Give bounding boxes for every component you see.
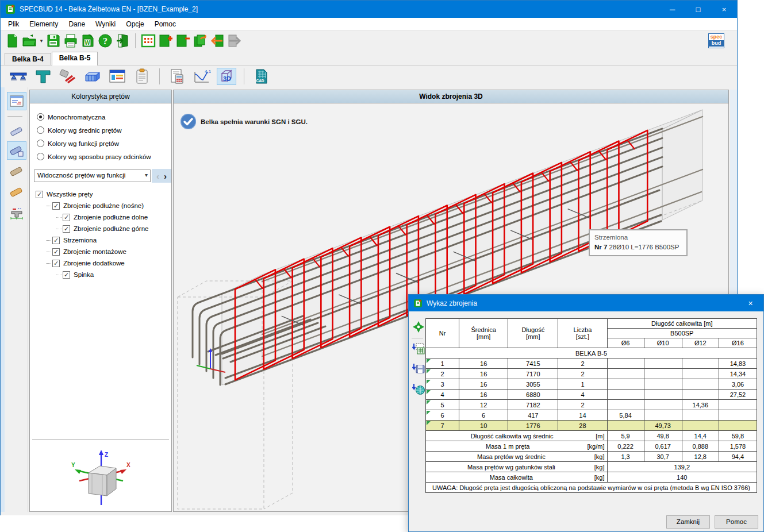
export-calc-icon[interactable] — [412, 342, 425, 355]
menu-item[interactable]: Wyniki — [90, 18, 121, 30]
section-dimensions-icon[interactable] — [7, 205, 26, 223]
radio-icon[interactable] — [37, 113, 44, 121]
tree-connector — [56, 275, 62, 275]
results-table-icon[interactable] — [108, 68, 127, 85]
menu-item[interactable]: Pomoc — [149, 18, 181, 30]
delete-element-icon[interactable] — [174, 33, 191, 49]
summary-row: Długość całkowita wg średnic[m]5,949,814… — [426, 431, 757, 441]
tree-item[interactable]: ✓Zbrojenie montażowe — [30, 246, 171, 257]
checkbox-icon[interactable]: ✓ — [52, 202, 60, 210]
radio-icon[interactable] — [37, 126, 44, 134]
radio-icon[interactable] — [37, 153, 44, 160]
export-html-icon[interactable] — [412, 383, 425, 395]
checkbox-icon[interactable]: ✓ — [52, 237, 60, 244]
beam-3d-icon[interactable] — [83, 68, 102, 85]
table-cell: 6 — [459, 410, 508, 421]
export-save-icon[interactable] — [412, 363, 425, 375]
cad-export-icon[interactable]: CAD — [252, 68, 271, 85]
help-icon[interactable]: ? — [97, 33, 114, 49]
tree-item[interactable]: ✓Zbrojenie podłużne górne — [30, 223, 171, 234]
table-row[interactable]: 316305513,06 — [426, 379, 757, 390]
table-row[interactable]: 66417145,84 — [426, 410, 757, 421]
checkbox-icon[interactable]: ✓ — [63, 214, 70, 221]
add-element-icon[interactable] — [157, 33, 174, 49]
element-tab[interactable]: Belka B-4 — [5, 53, 51, 65]
next-element-icon[interactable] — [226, 33, 243, 49]
visibility-combobox[interactable]: Widoczność prętów wg funkcji ▾ — [34, 169, 151, 182]
radio-option[interactable]: Kolory wg funkcji prętów — [37, 137, 171, 150]
radio-icon[interactable] — [37, 140, 44, 147]
table-cell — [682, 410, 719, 421]
new-icon[interactable] — [3, 33, 21, 49]
dialog-close-icon[interactable]: × — [738, 295, 763, 311]
bar-blue-icon[interactable] — [7, 122, 26, 140]
beam-scheme-icon[interactable] — [9, 68, 28, 85]
bar-tan-icon[interactable] — [7, 162, 26, 180]
radio-label: Monochromatyczna — [48, 114, 105, 121]
table-row[interactable]: 2167170214,34 — [426, 369, 757, 379]
checkbox-icon[interactable]: ✓ — [63, 271, 70, 279]
element-tab[interactable]: Belka B-5 — [52, 52, 98, 65]
close-dialog-button[interactable]: Zamknij — [666, 515, 710, 529]
tree-item[interactable]: ✓Strzemiona — [30, 234, 171, 246]
table-cell: 2 — [558, 369, 607, 379]
bar-selected-icon[interactable] — [7, 141, 26, 160]
menu-item[interactable]: Opcje — [121, 18, 149, 30]
help-button[interactable]: Pomoc — [715, 515, 758, 529]
bar-orange-icon[interactable] — [7, 183, 26, 201]
summary-label-cell: Masa prętów wg średnic[kg] — [426, 452, 608, 462]
open-dropdown-icon[interactable]: ▾ — [38, 38, 45, 44]
summary-label-cell: Masa prętów wg gatunków stali[kg] — [426, 462, 608, 472]
copy-element-icon[interactable] — [191, 33, 209, 49]
checkbox-icon[interactable]: ✓ — [52, 248, 60, 256]
diagrams-icon[interactable]: 4,1 — [192, 68, 212, 85]
checkbox-icon[interactable]: ✓ — [52, 260, 60, 267]
open-icon[interactable] — [21, 33, 38, 49]
status-message: Belka spełnia warunki SGN i SGU. — [181, 114, 308, 129]
print-icon[interactable] — [62, 33, 79, 49]
previous-element-icon[interactable] — [209, 33, 226, 49]
export-word-icon[interactable]: W — [79, 33, 97, 49]
element-list-icon[interactable] — [140, 33, 157, 49]
checkbox-icon[interactable]: ✓ — [36, 191, 43, 198]
left-icon-strip — [1, 87, 28, 512]
tree-item[interactable]: ✓Zbrojenie podłużne (nośne) — [30, 200, 171, 211]
exit-icon[interactable] — [114, 33, 131, 49]
radio-option[interactable]: Kolory wg średnic prętów — [37, 124, 171, 137]
minimize-button[interactable]: ─ — [659, 1, 685, 18]
calculation-report-icon[interactable] — [167, 68, 187, 85]
radio-option[interactable]: Kolory wg sposobu pracy odcinków — [37, 150, 171, 163]
view-settings-icon[interactable] — [7, 92, 26, 110]
summary-value: 12,8 — [682, 452, 719, 462]
tree-item[interactable]: ✓Wszystkie pręty — [30, 188, 171, 200]
summary-value: 139,2 — [607, 462, 757, 472]
axis-x-label: X — [126, 462, 130, 468]
menu-item[interactable]: Elementy — [24, 18, 63, 30]
tree-item[interactable]: ✓Spinka — [30, 269, 171, 280]
save-icon[interactable] — [45, 33, 62, 49]
close-button[interactable]: × — [711, 1, 737, 18]
reinforcement-icon[interactable] — [58, 68, 78, 85]
next-arrow-icon[interactable]: › — [162, 171, 169, 181]
table-cell: 16 — [459, 369, 508, 379]
tree-item[interactable]: ✓Zbrojenie podłużne dolne — [30, 211, 171, 223]
table-row[interactable]: 4166880427,52 — [426, 390, 757, 400]
dialog-icon-strip — [409, 311, 426, 532]
summary-label: Masa prętów wg średnic — [477, 453, 546, 460]
bar-visibility-tree: ✓Wszystkie pręty✓Zbrojenie podłużne (noś… — [30, 188, 171, 280]
axis-orientation-cube[interactable]: Z Y X — [67, 445, 136, 510]
view-3d-icon[interactable]: 3D — [217, 68, 236, 85]
section-icon[interactable] — [33, 68, 53, 85]
tree-item[interactable]: ✓Zbrojenie dodatkowe — [30, 257, 171, 269]
menu-item[interactable]: Dane — [63, 18, 90, 30]
prev-arrow-icon[interactable]: ‹ — [154, 171, 162, 181]
checkbox-icon[interactable]: ✓ — [63, 225, 70, 233]
table-row[interactable]: 5127182214,36 — [426, 400, 757, 410]
table-row[interactable]: 71017762849,73 — [426, 421, 757, 431]
radio-option[interactable]: Monochromatyczna — [37, 110, 171, 124]
table-row[interactable]: 1167415214,83 — [426, 358, 757, 369]
menu-item[interactable]: Plik — [3, 18, 24, 30]
maximize-button[interactable]: □ — [685, 1, 711, 18]
settings-gear-icon[interactable] — [412, 321, 425, 333]
report-icon[interactable] — [132, 68, 152, 85]
